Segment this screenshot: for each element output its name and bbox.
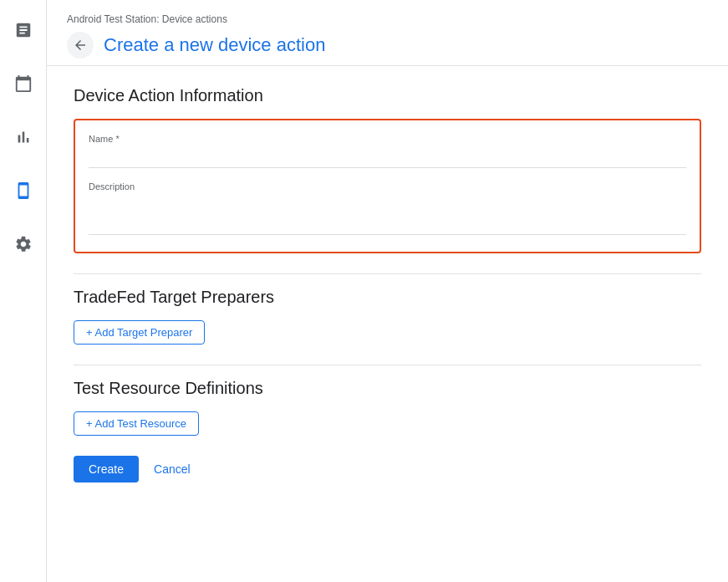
sidebar-icon-calendar[interactable]	[7, 67, 40, 100]
divider-2	[74, 365, 701, 365]
test-resources-section: Test Resource Definitions + Add Test Res…	[74, 379, 701, 436]
form-card: Name * Description	[74, 119, 701, 253]
device-action-info-section: Device Action Information Name * Descrip…	[74, 86, 701, 253]
action-row: Create Cancel	[74, 456, 701, 482]
back-button[interactable]	[67, 32, 94, 59]
name-label: Name *	[89, 134, 686, 144]
sidebar-icon-tasks[interactable]	[7, 13, 40, 47]
device-action-info-title: Device Action Information	[74, 86, 701, 105]
add-target-preparer-button[interactable]: + Add Target Preparer	[74, 320, 205, 345]
tradefed-title: TradeFed Target Preparers	[74, 288, 701, 307]
create-button[interactable]: Create	[74, 456, 139, 482]
test-resources-title: Test Resource Definitions	[74, 379, 701, 398]
content-area: Device Action Information Name * Descrip…	[47, 66, 728, 582]
main-content: Android Test Station: Device actions Cre…	[47, 0, 728, 582]
sidebar-icon-analytics[interactable]	[7, 120, 40, 154]
page-title: Create a new device action	[104, 34, 325, 56]
cancel-button[interactable]: Cancel	[145, 456, 199, 482]
description-input[interactable]	[89, 195, 686, 235]
divider-1	[74, 273, 701, 274]
tradefed-section: TradeFed Target Preparers + Add Target P…	[74, 288, 701, 345]
sidebar-icon-device[interactable]	[7, 174, 40, 207]
sidebar	[0, 0, 47, 582]
top-header: Android Test Station: Device actions Cre…	[47, 0, 728, 66]
name-field: Name *	[89, 134, 686, 168]
description-field: Description	[89, 181, 686, 238]
breadcrumb: Android Test Station: Device actions	[67, 13, 708, 25]
name-input[interactable]	[89, 147, 686, 168]
sidebar-icon-settings[interactable]	[7, 227, 40, 261]
description-label: Description	[89, 181, 686, 191]
add-test-resource-button[interactable]: + Add Test Resource	[74, 411, 199, 436]
